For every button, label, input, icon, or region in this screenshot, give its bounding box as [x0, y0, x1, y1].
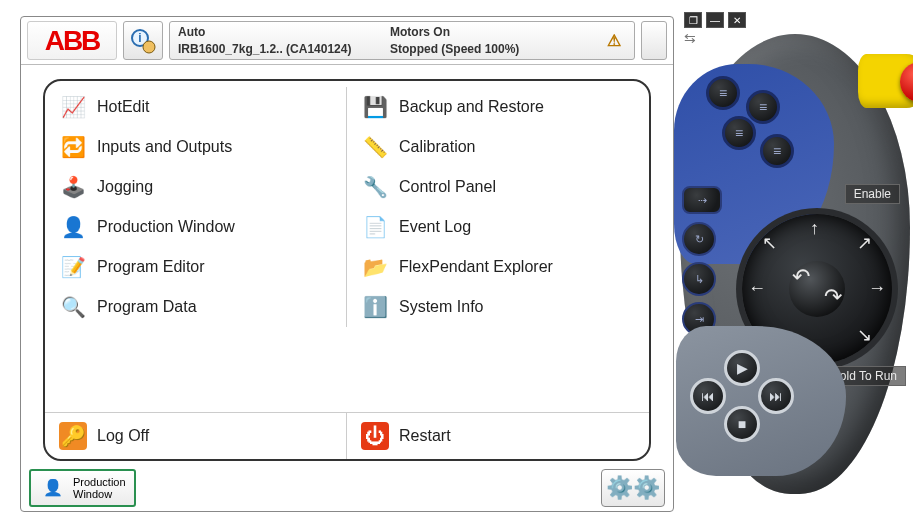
calibration-icon: 📏 — [361, 133, 389, 161]
enable-label[interactable]: Enable — [845, 184, 900, 204]
arrow-left-icon: ← — [748, 278, 766, 299]
programdata-icon: 🔍 — [59, 293, 87, 321]
label: Production Window — [97, 218, 235, 236]
menu-flexpendant-explorer[interactable]: 📂FlexPendant Explorer — [347, 247, 649, 287]
pendant-hardware: ❐ — ✕ ⇆ ≡ ≡ ≡ ≡ ⇢ ↻ ↳ ⇥ --- ↑ ↓ ← → ↖ ↗ … — [680, 10, 910, 520]
menu-production-window[interactable]: 👤Production Window — [45, 207, 347, 247]
io-icon: 🔁 — [59, 133, 87, 161]
side-button-3[interactable]: ↳ — [682, 262, 716, 296]
task-production-window[interactable]: 👤 ProductionWindow — [29, 469, 136, 507]
side-button-1[interactable]: ⇢ — [682, 186, 722, 214]
stop-button[interactable]: ■ — [724, 406, 760, 442]
logoff-icon: 🔑 — [59, 422, 87, 450]
operator-icon: i — [130, 28, 156, 54]
svg-text:i: i — [138, 31, 141, 45]
task-label: ProductionWindow — [73, 476, 126, 500]
warning-icon: ⚠ — [602, 31, 626, 50]
taskbar: 👤 ProductionWindow ⚙️⚙️ — [21, 465, 673, 511]
label: Restart — [399, 427, 451, 445]
menu-calibration[interactable]: 📏Calibration — [347, 127, 649, 167]
window-controls: ❐ — ✕ — [684, 12, 746, 28]
label: Backup and Restore — [399, 98, 544, 116]
fn-button-d[interactable]: ≡ — [760, 134, 794, 168]
abb-logo[interactable]: ABB — [27, 21, 117, 60]
pendant-body: ≡ ≡ ≡ ≡ ⇢ ↻ ↳ ⇥ --- ↑ ↓ ← → ↖ ↗ ↙ ↘ ↶ ↷ … — [680, 34, 910, 494]
label: HotEdit — [97, 98, 149, 116]
menu-grid: 📈HotEdit 💾Backup and Restore 🔁Inputs and… — [45, 81, 649, 412]
fn-button-b[interactable]: ≡ — [746, 90, 780, 124]
menu-jogging[interactable]: 🕹️Jogging — [45, 167, 347, 207]
main-menu: 📈HotEdit 💾Backup and Restore 🔁Inputs and… — [43, 79, 651, 461]
systeminfo-icon: ℹ️ — [361, 293, 389, 321]
label: Program Editor — [97, 258, 205, 276]
play-button[interactable]: ▶ — [724, 350, 760, 386]
arrow-right-icon: → — [868, 278, 886, 299]
arrow-up-icon: ↑ — [810, 218, 819, 239]
label: FlexPendant Explorer — [399, 258, 553, 276]
label: Calibration — [399, 138, 475, 156]
menu-hotedit[interactable]: 📈HotEdit — [45, 87, 347, 127]
win-minimize-icon[interactable]: — — [706, 12, 724, 28]
step-fwd-button[interactable]: ⏭ — [758, 378, 794, 414]
label: Jogging — [97, 178, 153, 196]
win-close-icon[interactable]: ✕ — [728, 12, 746, 28]
menu-event-log[interactable]: 📄Event Log — [347, 207, 649, 247]
menu-inputs-outputs[interactable]: 🔁Inputs and Outputs — [45, 127, 347, 167]
restart-icon: ⏻ — [361, 422, 389, 450]
header-bar: ABB i Auto Motors On IRB1600_7kg_1.2.. (… — [21, 17, 673, 65]
state-label: Stopped (Speed 100%) — [390, 42, 602, 56]
menu-logoff[interactable]: 🔑Log Off — [45, 413, 347, 459]
sync-icon: ⇆ — [684, 30, 696, 46]
label: Control Panel — [399, 178, 496, 196]
mode-label: Auto — [178, 25, 390, 39]
svg-point-2 — [143, 41, 155, 53]
menu-backup-restore[interactable]: 💾Backup and Restore — [347, 87, 649, 127]
emergency-stop[interactable] — [858, 54, 913, 108]
fn-button-a[interactable]: ≡ — [706, 76, 740, 110]
menu-control-panel[interactable]: 🔧Control Panel — [347, 167, 649, 207]
flexpendant-screen: ABB i Auto Motors On IRB1600_7kg_1.2.. (… — [20, 16, 674, 512]
eventlog-icon: 📄 — [361, 213, 389, 241]
label: Log Off — [97, 427, 149, 445]
step-back-button[interactable]: ⏮ — [690, 378, 726, 414]
menu-restart[interactable]: ⏻Restart — [347, 413, 649, 459]
close-button[interactable] — [641, 21, 667, 60]
motors-label: Motors On — [390, 25, 602, 39]
explorer-icon: 📂 — [361, 253, 389, 281]
arrow-ur-icon: ↗ — [857, 232, 872, 254]
arrow-ul-icon: ↖ — [762, 232, 777, 254]
gear-icon: ⚙️⚙️ — [606, 475, 660, 501]
system-label: IRB1600_7kg_1.2.. (CA140124) — [178, 42, 390, 56]
jogging-icon: 🕹️ — [59, 173, 87, 201]
production-icon: 👤 — [59, 213, 87, 241]
rotate-ccw-icon: ↶ — [792, 264, 810, 290]
arrow-dr-icon: ↘ — [857, 324, 872, 346]
menu-program-editor[interactable]: 📝Program Editor — [45, 247, 347, 287]
programeditor-icon: 📝 — [59, 253, 87, 281]
hotedit-icon: 📈 — [59, 93, 87, 121]
fn-button-c[interactable]: ≡ — [722, 116, 756, 150]
menu-program-data[interactable]: 🔍Program Data — [45, 287, 347, 327]
task-icon: 👤 — [39, 474, 67, 502]
menu-system-info[interactable]: ℹ️System Info — [347, 287, 649, 327]
label: Event Log — [399, 218, 471, 236]
quickset-button[interactable]: ⚙️⚙️ — [601, 469, 665, 507]
status-panel[interactable]: Auto Motors On IRB1600_7kg_1.2.. (CA1401… — [169, 21, 635, 60]
rotate-cw-icon: ↷ — [824, 284, 842, 310]
label: System Info — [399, 298, 483, 316]
label: Program Data — [97, 298, 197, 316]
win-restore-icon[interactable]: ❐ — [684, 12, 702, 28]
label: Inputs and Outputs — [97, 138, 232, 156]
menu-bottom: 🔑Log Off ⏻Restart — [45, 412, 649, 459]
controlpanel-icon: 🔧 — [361, 173, 389, 201]
side-button-2[interactable]: ↻ — [682, 222, 716, 256]
operator-info-button[interactable]: i — [123, 21, 163, 60]
backup-icon: 💾 — [361, 93, 389, 121]
